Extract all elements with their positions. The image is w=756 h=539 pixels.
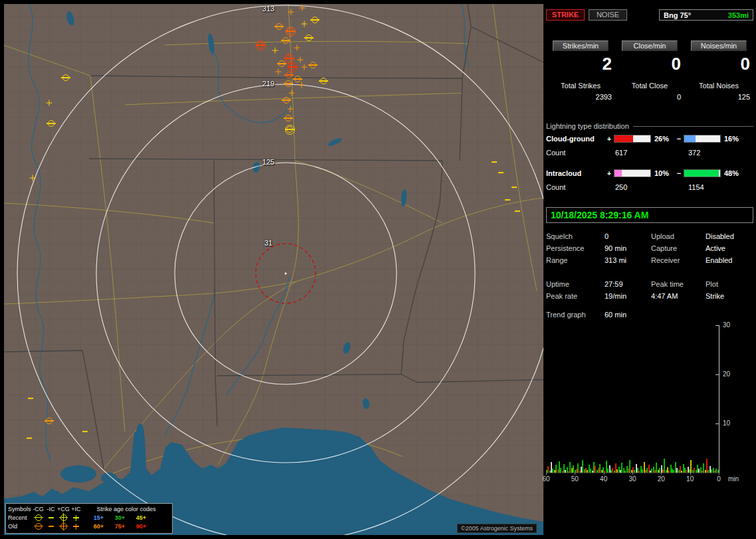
persistence-label: Persistence	[546, 244, 605, 252]
uptime-value: 27:59	[605, 280, 651, 288]
bearing-readout: Bng 75° 353mi	[659, 9, 753, 21]
persistence-value: 90 min	[605, 244, 651, 252]
ic-neg-percent: 48%	[724, 169, 745, 177]
noises-column: Noises/min 0 Total Noises 125	[684, 40, 753, 101]
count-label: Count	[546, 183, 615, 191]
datetime-display: 10/18/2025 8:29:16 AM	[546, 207, 753, 223]
total-close-value: 0	[618, 93, 681, 101]
legend-age-value: 45+	[129, 514, 146, 521]
legend-age-title: Strike age color codes	[82, 506, 170, 512]
receiver-status: Enabled	[706, 256, 753, 264]
legend-col-neg-ic: -IC	[45, 506, 57, 512]
capture-label: Capture	[651, 244, 706, 252]
range-label: Range	[546, 256, 605, 264]
strike-indicator-button[interactable]: STRIKE	[546, 9, 585, 21]
plot-value: Strike	[706, 292, 753, 300]
uptime-label: Uptime	[546, 280, 605, 288]
trend-y-label: 20	[723, 370, 730, 378]
trend-x-label: 0	[712, 475, 725, 483]
peak-time-label: Peak time	[651, 280, 706, 288]
count-label: Count	[546, 149, 615, 157]
close-column: Close/min 0 Total Close 0	[615, 40, 684, 101]
upload-status: Disabled	[706, 232, 753, 240]
legend-symbol	[73, 515, 79, 521]
status-grid: Squelch 0 Upload Disabled Persistence 90…	[546, 232, 753, 264]
map-canvas	[4, 4, 543, 535]
total-close-label: Total Close	[632, 82, 668, 90]
trend-x-label: 20	[654, 475, 668, 483]
stats-grid: Uptime 27:59 Peak time Plot Peak rate 19…	[546, 280, 753, 300]
legend-age-value: 15+	[86, 514, 104, 521]
intracloud-label: Intracloud	[546, 169, 606, 177]
distance-value: 353mi	[728, 11, 749, 19]
total-strikes-value: 2393	[549, 93, 612, 101]
legend-symbols-title: Symbols	[8, 506, 32, 512]
total-strikes-label: Total Strikes	[561, 82, 601, 90]
plus-sign: +	[606, 169, 613, 177]
squelch-value: 0	[605, 232, 651, 240]
trend-plot-area	[546, 325, 719, 473]
legend-row: Recent15+30+45+	[8, 513, 170, 522]
cloud-ground-count-row: Count 617 372	[546, 146, 753, 159]
legend-col-pos-cg: +CG	[57, 506, 70, 512]
legend-col-pos-ic: +IC	[70, 506, 82, 512]
legend-symbol	[35, 514, 42, 521]
noises-per-min-button[interactable]: Noises/min	[691, 40, 747, 51]
legend-age-value: 75+	[108, 523, 125, 530]
cloud-ground-label: Cloud-ground	[546, 135, 606, 143]
lightning-map[interactable]: Symbols -CG -IC +CG +IC Strike age color…	[4, 4, 543, 535]
legend-symbol	[48, 517, 54, 518]
legend-age-value: 30+	[108, 514, 125, 521]
legend-age-value: 60+	[86, 523, 104, 530]
trend-x-label: 40	[597, 475, 611, 483]
legend-symbol	[35, 523, 42, 530]
bearing-value: Bng 75°	[664, 11, 691, 19]
total-noises-value: 125	[688, 93, 750, 101]
receiver-label: Receiver	[651, 256, 706, 264]
close-per-min-value: 0	[618, 54, 681, 74]
lightning-type-distribution: Lightning type distribution Cloud-ground…	[546, 122, 753, 194]
squelch-label: Squelch	[546, 232, 605, 240]
noise-indicator-button[interactable]: NOISE	[589, 9, 627, 21]
strikes-per-min-button[interactable]: Strikes/min	[553, 40, 609, 51]
cg-neg-count: 372	[688, 149, 700, 157]
nexstorm-window: Symbols -CG -IC +CG +IC Strike age color…	[0, 0, 756, 539]
ic-neg-bar	[684, 169, 721, 177]
legend-header: Symbols -CG -IC +CG +IC Strike age color…	[8, 504, 170, 513]
legend-row: Old60+75+90+	[8, 522, 170, 530]
strikes-column: Strikes/min 2 Total Strikes 2393	[546, 40, 615, 101]
control-panel: STRIKE NOISE Bng 75° 353mi Strikes/min 2…	[546, 4, 753, 535]
rate-counters: Strikes/min 2 Total Strikes 2393 Close/m…	[546, 40, 753, 101]
capture-status: Active	[706, 244, 753, 252]
trend-header: Trend graph 60 min	[546, 311, 753, 319]
peak-time-value: 4:47 AM	[651, 292, 706, 300]
total-noises-label: Total Noises	[699, 82, 739, 90]
legend-symbol	[60, 523, 67, 530]
trend-x-label: 30	[626, 475, 639, 483]
trend-x-label: 10	[684, 475, 697, 483]
peak-rate-value: 19/min	[605, 292, 651, 300]
range-value: 313 mi	[605, 256, 651, 264]
close-per-min-button[interactable]: Close/min	[622, 40, 678, 51]
plot-label: Plot	[706, 280, 753, 288]
legend-col-neg-cg: -CG	[32, 506, 45, 512]
legend-age-value: 90+	[129, 523, 146, 530]
distribution-title: Lightning type distribution	[546, 122, 753, 130]
peak-rate-label: Peak rate	[546, 292, 605, 300]
plus-sign: +	[606, 135, 613, 143]
trend-graph-label: Trend graph	[546, 311, 605, 319]
trend-x-unit: min	[727, 475, 740, 483]
cloud-ground-row: Cloud-ground + 26% − 16%	[546, 131, 753, 146]
trend-graph: 1020306050403020100min	[546, 325, 753, 491]
legend-symbol	[73, 524, 79, 530]
intracloud-row: Intracloud + 10% − 48%	[546, 166, 753, 181]
trend-window-value: 60 min	[605, 311, 626, 319]
cg-pos-count: 617	[615, 149, 688, 157]
indicator-row: STRIKE NOISE Bng 75° 353mi	[546, 9, 753, 21]
trend-y-label: 30	[723, 321, 730, 329]
cg-neg-bar	[684, 135, 721, 143]
minus-sign: −	[676, 135, 682, 143]
cg-pos-bar	[614, 135, 651, 143]
ic-pos-count: 250	[615, 183, 688, 191]
ic-pos-percent: 10%	[654, 169, 676, 177]
